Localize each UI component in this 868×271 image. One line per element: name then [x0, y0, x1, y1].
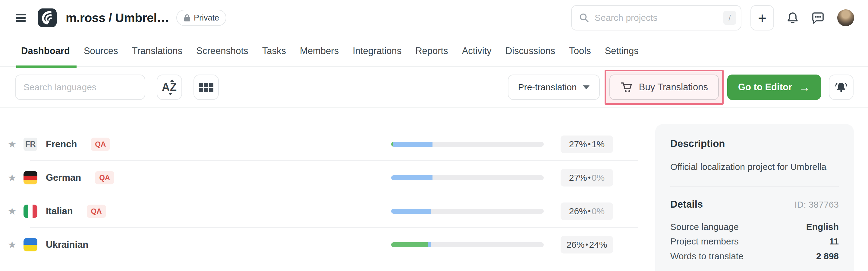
progress-percent-badge: 27%•0%: [561, 169, 613, 187]
search-languages-input[interactable]: Search languages: [15, 75, 145, 100]
tab-integrations[interactable]: Integrations: [352, 46, 401, 56]
dashboard-toolbar: Search languages AZ Pre-translation Buy …: [0, 67, 868, 108]
notifications-bell-icon[interactable]: [786, 11, 799, 24]
pre-translation-label: Pre-translation: [518, 82, 577, 92]
tab-tasks[interactable]: Tasks: [262, 46, 286, 56]
pre-translation-dropdown[interactable]: Pre-translation: [508, 75, 600, 100]
favorite-star-icon[interactable]: ★: [6, 172, 18, 184]
qa-badge: QA: [91, 138, 110, 151]
progress-percent-badge: 27%•1%: [561, 136, 613, 153]
favorite-star-icon[interactable]: ★: [6, 206, 18, 217]
favorite-star-icon[interactable]: ★: [6, 138, 18, 150]
buy-translations-label: Buy Translations: [639, 82, 708, 93]
grid-view-icon: [199, 83, 213, 92]
project-breadcrumb-title[interactable]: m.ross / Umbrel…: [66, 11, 169, 25]
progress-bar: [391, 209, 544, 214]
top-bar: m.ross / Umbrel… Private Search projects…: [0, 0, 868, 36]
messages-chat-icon[interactable]: [811, 11, 824, 24]
panel-divider: [670, 186, 839, 187]
tab-tools[interactable]: Tools: [569, 46, 591, 56]
tab-members[interactable]: Members: [300, 46, 339, 56]
tab-translations[interactable]: Translations: [132, 46, 183, 56]
qa-badge: QA: [87, 205, 106, 218]
privacy-label: Private: [194, 13, 219, 23]
language-flag: [24, 171, 37, 184]
user-avatar[interactable]: [837, 9, 854, 26]
tab-sources[interactable]: Sources: [84, 46, 118, 56]
buy-translations-button[interactable]: Buy Translations: [610, 75, 719, 100]
sort-az-button[interactable]: AZ: [157, 75, 182, 100]
language-name: German: [46, 172, 81, 183]
highlight-annotation-box: Buy Translations: [604, 70, 724, 105]
language-row-italian[interactable]: ★ Italian QA 26%•0%: [0, 194, 638, 228]
qa-badge: QA: [95, 171, 114, 184]
progress-bar: [391, 242, 544, 247]
project-tabs: Dashboard Sources Translations Screensho…: [0, 36, 868, 67]
search-shortcut-key: /: [723, 11, 736, 25]
details-rows: Source languageEnglish Project members11…: [670, 221, 839, 261]
language-row-ukrainian[interactable]: ★ Ukrainian 26%•24%: [0, 228, 638, 261]
tab-discussions[interactable]: Discussions: [505, 46, 555, 56]
project-details-panel: Description Official localization projec…: [655, 124, 854, 271]
lock-icon: [184, 13, 191, 22]
tab-dashboard[interactable]: Dashboard: [21, 46, 70, 56]
privacy-badge: Private: [176, 10, 226, 26]
detail-row-project-members: Project members11: [670, 236, 839, 247]
detail-row-words-to-translate: Words to translate2 898: [670, 251, 839, 261]
description-heading: Description: [670, 138, 839, 150]
a-z-sort-icon: AZ: [162, 81, 177, 93]
dashboard-content: ★ FR French QA 27%•1% ★ German QA 27%•0%…: [0, 108, 868, 271]
description-text: Official localization project for Umbrel…: [670, 161, 839, 172]
cart-icon: [620, 81, 633, 93]
language-name: Italian: [46, 206, 73, 217]
chevron-down-icon: [583, 85, 590, 89]
go-to-editor-button[interactable]: Go to Editor →: [727, 75, 821, 100]
app-logo-icon[interactable]: [38, 8, 57, 27]
language-name: Ukrainian: [46, 239, 88, 250]
tab-activity[interactable]: Activity: [462, 46, 492, 56]
search-placeholder: Search projects: [595, 13, 723, 23]
language-list: ★ FR French QA 27%•1% ★ German QA 27%•0%…: [0, 108, 638, 261]
progress-bar: [391, 142, 544, 147]
announcements-button[interactable]: [829, 75, 854, 100]
tab-reports[interactable]: Reports: [415, 46, 448, 56]
arrow-right-icon: →: [799, 81, 810, 94]
go-to-editor-label: Go to Editor: [738, 82, 792, 93]
favorite-star-icon[interactable]: ★: [6, 239, 18, 250]
magnifier-icon: [579, 13, 589, 23]
details-heading: Details: [670, 198, 703, 210]
search-languages-placeholder: Search languages: [24, 82, 96, 92]
tab-settings[interactable]: Settings: [605, 46, 639, 56]
create-project-button[interactable]: +: [750, 5, 774, 30]
grid-view-button[interactable]: [193, 75, 219, 100]
language-name: French: [46, 139, 77, 150]
tab-screenshots[interactable]: Screenshots: [196, 46, 248, 56]
language-flag: FR: [24, 138, 37, 151]
search-projects-input[interactable]: Search projects /: [571, 5, 741, 30]
project-id: ID: 387763: [795, 199, 839, 210]
language-row-german[interactable]: ★ German QA 27%•0%: [0, 161, 638, 194]
language-flag: [24, 238, 37, 251]
detail-row-source-language: Source languageEnglish: [670, 221, 839, 232]
language-flag: [24, 205, 37, 218]
progress-percent-badge: 26%•24%: [561, 236, 613, 253]
ringing-bell-icon: [835, 81, 848, 93]
language-row-french[interactable]: ★ FR French QA 27%•1%: [0, 127, 638, 161]
menu-icon[interactable]: [16, 14, 26, 22]
progress-percent-badge: 26%•0%: [561, 202, 613, 220]
progress-bar: [391, 175, 544, 180]
